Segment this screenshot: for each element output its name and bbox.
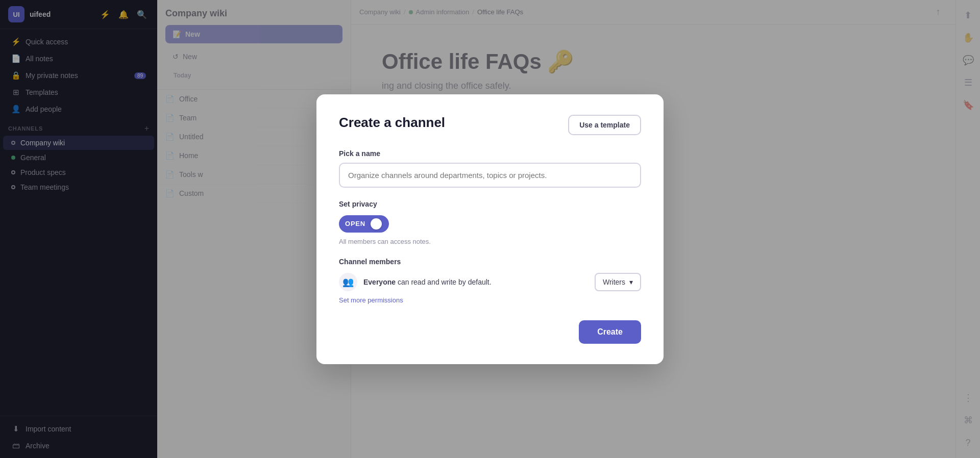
modal-overlay: Create a channel Use a template Pick a n… bbox=[0, 0, 980, 458]
modal-footer: Create bbox=[339, 320, 641, 344]
toggle-knob bbox=[371, 218, 382, 230]
modal-header: Create a channel Use a template bbox=[339, 115, 641, 135]
members-left: 👥 Everyone can read and write by default… bbox=[339, 273, 492, 291]
privacy-description: All members can access notes. bbox=[339, 238, 641, 245]
members-label: Channel members bbox=[339, 258, 641, 266]
writers-label: Writers bbox=[603, 278, 625, 286]
toggle-text: OPEN bbox=[345, 220, 365, 227]
privacy-label: Set privacy bbox=[339, 200, 641, 208]
members-suffix: can read and write by default. bbox=[396, 278, 492, 286]
permissions-link[interactable]: Set more permissions bbox=[339, 296, 641, 304]
members-text: Everyone can read and write by default. bbox=[363, 278, 492, 286]
use-template-button[interactable]: Use a template bbox=[568, 115, 641, 135]
modal-title: Create a channel bbox=[339, 115, 445, 131]
members-icon: 👥 bbox=[339, 273, 357, 291]
pick-name-label: Pick a name bbox=[339, 149, 641, 158]
writers-dropdown[interactable]: Writers ▾ bbox=[595, 273, 641, 291]
privacy-row: OPEN bbox=[339, 215, 641, 233]
create-channel-modal: Create a channel Use a template Pick a n… bbox=[316, 94, 664, 364]
create-button[interactable]: Create bbox=[579, 320, 641, 344]
privacy-toggle[interactable]: OPEN bbox=[339, 215, 389, 233]
channel-name-input[interactable] bbox=[339, 163, 641, 188]
dropdown-chevron-icon: ▾ bbox=[629, 278, 633, 286]
members-row: 👥 Everyone can read and write by default… bbox=[339, 273, 641, 291]
everyone-label: Everyone bbox=[363, 278, 396, 286]
